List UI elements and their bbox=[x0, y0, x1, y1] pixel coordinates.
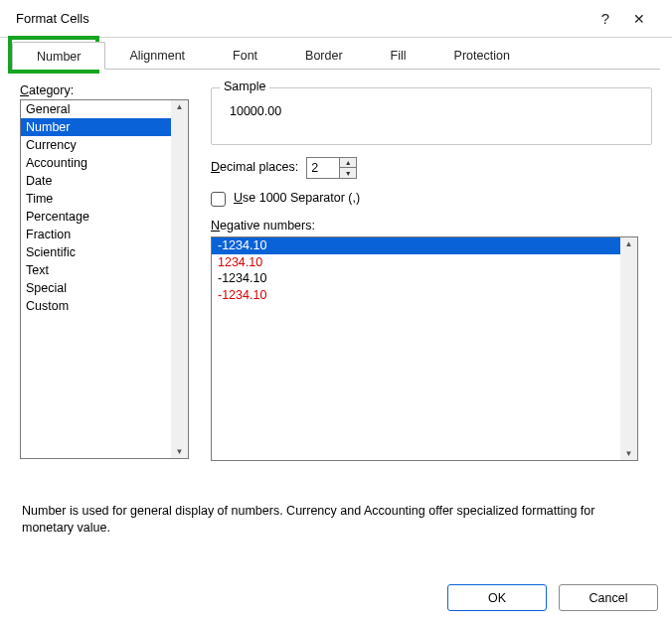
category-item-text[interactable]: Text bbox=[21, 261, 188, 279]
sample-label: Sample bbox=[220, 79, 269, 93]
arrow-down-icon: ▼ bbox=[625, 449, 633, 458]
thousands-separator-checkbox[interactable] bbox=[211, 192, 226, 207]
category-item-accounting[interactable]: Accounting bbox=[21, 154, 188, 172]
category-description: Number is used for general display of nu… bbox=[22, 503, 650, 537]
negative-scrollbar[interactable]: ▲ ▼ bbox=[620, 237, 637, 460]
tab-fill[interactable]: Fill bbox=[367, 42, 430, 70]
sample-group: Sample 10000.00 bbox=[211, 87, 652, 145]
category-item-fraction[interactable]: Fraction bbox=[21, 226, 188, 243]
category-scrollbar[interactable]: ▲ ▼ bbox=[171, 100, 188, 458]
category-item-number[interactable]: Number bbox=[21, 118, 188, 136]
arrow-up-icon: ▲ bbox=[625, 239, 633, 248]
negative-item-0[interactable]: -1234.10 bbox=[212, 237, 637, 254]
negative-numbers-listbox[interactable]: -1234.10 1234.10 -1234.10 -1234.10 ▲ ▼ bbox=[211, 236, 638, 461]
category-item-special[interactable]: Special bbox=[21, 279, 188, 297]
tab-number[interactable]: Number bbox=[12, 42, 105, 70]
dialog-buttons: OK Cancel bbox=[447, 584, 658, 611]
decimal-places-label: Decimal places: bbox=[211, 160, 298, 174]
tab-border[interactable]: Border bbox=[281, 42, 367, 70]
ok-button[interactable]: OK bbox=[447, 584, 547, 611]
category-item-custom[interactable]: Custom bbox=[21, 297, 188, 315]
help-button[interactable]: ? bbox=[588, 10, 622, 27]
arrow-down-icon: ▼ bbox=[176, 447, 184, 456]
cancel-button[interactable]: Cancel bbox=[559, 584, 658, 611]
category-item-currency[interactable]: Currency bbox=[21, 136, 188, 154]
negative-item-2[interactable]: -1234.10 bbox=[212, 270, 637, 287]
window-title: Format Cells bbox=[16, 11, 588, 26]
tab-font[interactable]: Font bbox=[209, 42, 281, 70]
decimal-places-input[interactable] bbox=[307, 158, 339, 178]
arrow-up-icon: ▲ bbox=[176, 102, 184, 111]
tab-alignment[interactable]: Alignment bbox=[105, 42, 209, 70]
spinner-down-icon[interactable]: ▼ bbox=[340, 168, 356, 178]
thousands-separator-label: Use 1000 Separator (,) bbox=[234, 191, 360, 205]
sample-value: 10000.00 bbox=[224, 104, 641, 118]
negative-item-3[interactable]: -1234.10 bbox=[212, 287, 637, 304]
titlebar: Format Cells ? ✕ bbox=[0, 0, 672, 38]
negative-numbers-label: Negative numbers: bbox=[211, 219, 315, 233]
category-item-scientific[interactable]: Scientific bbox=[21, 243, 188, 261]
close-button[interactable]: ✕ bbox=[622, 11, 656, 27]
category-item-general[interactable]: General bbox=[21, 100, 188, 118]
spinner-up-icon[interactable]: ▲ bbox=[340, 158, 356, 168]
content-area: Category: General Number Currency Accoun… bbox=[0, 70, 672, 461]
decimal-places-spinner[interactable]: ▲ ▼ bbox=[306, 157, 357, 179]
tab-bar: Number Alignment Font Border Fill Protec… bbox=[0, 38, 672, 70]
category-label: Category: bbox=[20, 83, 74, 97]
category-item-date[interactable]: Date bbox=[21, 172, 188, 190]
negative-item-1[interactable]: 1234.10 bbox=[212, 254, 637, 271]
category-item-percentage[interactable]: Percentage bbox=[21, 208, 188, 226]
tab-protection[interactable]: Protection bbox=[430, 42, 534, 70]
category-listbox[interactable]: General Number Currency Accounting Date … bbox=[20, 99, 189, 459]
category-item-time[interactable]: Time bbox=[21, 190, 188, 208]
